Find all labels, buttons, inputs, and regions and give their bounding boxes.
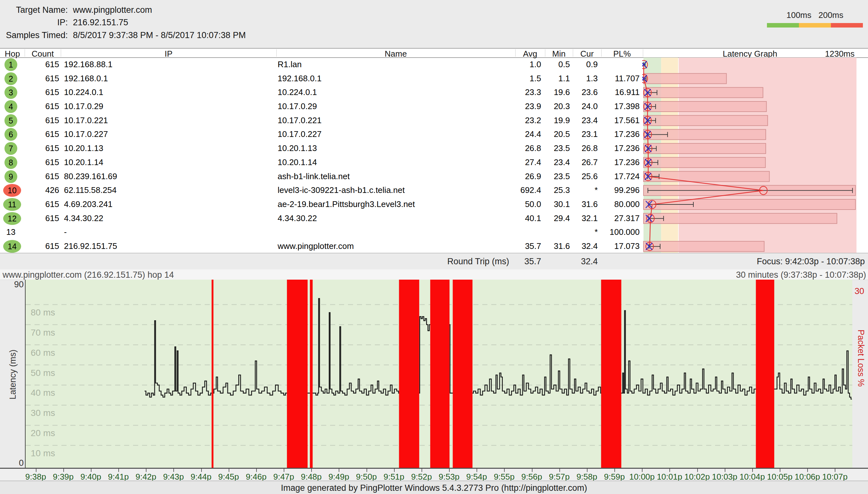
packet-loss-bar [310,280,313,468]
pl-cell: 17.561 [589,115,640,126]
divider [25,49,25,57]
pl-cell: 17.073 [589,241,640,251]
hop-badge: 14 [3,240,21,253]
count-cell: 615 [27,199,59,209]
hop-badge: 7 [4,142,17,155]
name-cell: 10.17.0.221 [278,115,321,126]
ip-cell: - [64,227,67,237]
round-trip-row: Round Trip (ms) 35.7 32.4 Focus: 9:42:03… [0,253,868,271]
gridline-label: 30 ms [31,408,55,418]
name-cell: www.pingplotter.com [278,241,354,251]
samples-timed-label: Samples Timed: [0,31,68,40]
hop-badge: 9 [4,170,17,183]
time-tick [421,469,422,472]
time-tick [614,469,615,472]
ip-cell: 10.17.0.221 [64,115,108,126]
packet-loss-bar [212,280,214,468]
round-trip-cur: 32.4 [556,256,598,267]
time-tick [63,469,64,472]
time-tick [532,469,533,472]
timeline-target: www.pingplotter.com (216.92.151.75) hop … [3,270,174,280]
packet-loss-bar [287,280,308,468]
timeline-span: 30 minutes (9:37:38p - 10:07:38p) [736,270,866,280]
hop-number: 13 [4,227,17,237]
packet-loss-bar [430,280,449,468]
hop-badge: 5 [4,114,17,127]
time-tick [256,469,257,472]
hop-badge: 2 [4,72,17,85]
hop-badge: 11 [3,198,21,211]
count-cell: 615 [27,87,59,97]
time-tick [118,469,119,472]
time-tick [146,469,146,472]
gridline-label: 20 ms [31,428,55,438]
legend-green-segment [767,23,799,27]
packet-loss-bar [756,280,774,468]
count-cell: 426 [27,185,59,195]
hop-table-header: Hop Count IP Name Avg Min Cur PL% Latenc… [0,49,868,58]
pl-cell: 27.317 [589,213,640,223]
packet-loss-bar [453,280,473,468]
divider [573,49,573,57]
legend-200ms-label: 200ms [805,10,856,20]
hop-badge: 6 [4,128,17,141]
divider [601,49,601,57]
time-tick [284,469,284,472]
gridline-label: 70 ms [31,328,55,338]
ip-cell: 4.34.30.22 [64,213,103,223]
pl-cell: 17.236 [589,157,640,167]
y-axis-min: 0 [3,458,24,468]
y-axis-title: Latency (ms) [8,343,18,407]
samples-timed-value: 8/5/2017 9:37:38 PM - 8/5/2017 10:07:38 … [73,31,245,40]
pl-cell: 17.236 [589,129,640,139]
time-tick [835,469,835,472]
count-cell: 615 [27,241,59,251]
gridline-label: 50 ms [31,368,55,378]
name-cell: 10.20.1.13 [278,143,317,153]
count-cell: 615 [27,213,59,223]
y2-axis-max: 30 [854,286,864,296]
time-tick [173,469,174,472]
pl-cell: 100.000 [589,227,640,237]
time-tick [697,469,698,472]
time-tick [725,469,725,472]
latency-graph-column[interactable] [642,58,868,253]
focus-range: Focus: 9:42:03p - 10:07:38p [672,256,865,267]
count-cell: 615 [27,157,59,167]
target-name-value: www.pingplotter.com [73,5,152,15]
round-trip-label: Round Trip (ms) [384,256,509,267]
time-tick [36,469,37,472]
hop-badge: 10 [3,184,21,197]
y2-axis-title: Packet Loss % [856,329,866,387]
divider [515,49,516,57]
pl-cell: 11.707 [589,74,640,83]
ip-cell: 216.92.151.75 [64,241,117,251]
time-tick [669,469,670,472]
summary-header: Target Name: www.pingplotter.com IP: 216… [0,0,868,48]
timeline-graph[interactable]: 80 ms70 ms60 ms50 ms40 ms30 ms20 ms10 ms [25,280,852,468]
packet-loss-bar [601,280,621,468]
ip-cell: 80.239.161.69 [64,171,117,182]
time-tick [311,469,312,472]
count-cell: 615 [27,143,59,153]
hop-badge: 12 [3,212,21,225]
name-cell: 10.224.0.1 [278,87,317,97]
divider [61,49,61,57]
pl-cell: 99.296 [589,185,640,195]
hop-badge: 3 [4,86,17,99]
time-tick [642,469,643,472]
name-cell: ash-b1-link.telia.net [278,171,350,182]
name-cell: level3-ic-309221-ash-b1.c.telia.net [278,185,405,195]
ip-cell: 10.17.0.227 [64,129,108,139]
time-axis[interactable]: 9:38p9:39p9:40p9:41p9:42p9:43p9:44p9:45p… [0,468,868,481]
count-cell: 615 [27,101,59,111]
hop-badge: 8 [4,156,17,169]
ip-cell: 192.168.0.1 [64,74,108,83]
packet-loss-bar [399,280,419,468]
time-tick [367,469,367,472]
time-tick [504,469,505,472]
time-tick [587,469,588,472]
pl-cell: 17.398 [589,101,640,111]
ip-cell: 192.168.88.1 [64,59,113,70]
target-name-label: Target Name: [0,5,68,15]
